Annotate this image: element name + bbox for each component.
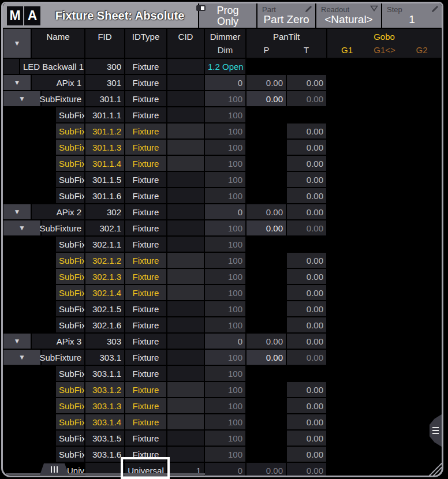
idtype-cell[interactable]: Fixture [125,107,166,122]
cid-cell[interactable] [167,431,204,446]
expander-cell[interactable]: ▼ [3,334,31,349]
fid-cell[interactable]: 303.1.2 [85,382,124,397]
fixture-row-302.1.1[interactable]: SubFixture302.1.1Fixture100 [3,237,441,252]
pan-cell[interactable]: 0.00 [247,75,286,90]
name-cell[interactable]: Universal [64,463,84,477]
tilt-cell[interactable]: 0.00 [287,414,326,429]
tilt-cell[interactable]: 0.00 [287,172,326,187]
name-cell[interactable]: APix 2 [32,204,84,219]
fixture-row-302.1.5[interactable]: SubFixture302.1.5Fixture1000.00 [3,301,441,316]
dimmer-cell[interactable]: 100 [205,398,245,413]
tilt-cell[interactable]: 0.00 [287,188,326,203]
cid-cell[interactable] [167,301,204,316]
cid-cell[interactable] [167,253,204,268]
name-cell[interactable]: SubFixture [56,124,84,139]
name-cell[interactable]: SubFixture [56,269,84,284]
dimmer-cell[interactable]: 100 [205,366,245,381]
idtype-cell[interactable]: Fixture [125,334,166,349]
dimmer-cell[interactable]: 100 [205,253,245,268]
fixture-row-303.1.5[interactable]: SubFixture303.1.5Fixture1000.00 [3,431,441,446]
tilt-cell[interactable]: 0.00 [287,204,326,219]
cid-cell[interactable] [167,269,204,284]
dimmer-cell[interactable]: 100 [205,220,245,235]
fixture-row-300[interactable]: LED Backwall 1300Fixture1.2 Open [3,59,441,74]
name-cell[interactable]: SubFixture [56,237,84,252]
expander-cell[interactable]: ▼ [3,75,31,90]
fixture-row-302.1.2[interactable]: SubFixture302.1.2Fixture1000.00 [3,253,441,268]
dimmer-cell[interactable]: 100 [205,107,245,122]
fid-cell[interactable]: 301.1 [85,91,124,106]
fixture-row-universal[interactable]: UniversalUniversal100.000.00 [3,463,441,477]
dimmer-cell[interactable]: 100 [205,156,245,171]
cid-cell[interactable] [167,107,204,122]
dimmer-cell[interactable]: 100 [205,237,245,252]
fid-cell[interactable]: 303.1.6 [85,447,124,462]
column-header-fid[interactable]: FID [85,29,124,58]
fid-cell[interactable]: 303.1.3 [85,398,124,413]
cid-cell[interactable] [167,172,204,187]
fid-cell[interactable]: 302.1.1 [85,237,124,252]
fixture-row-301[interactable]: ▼APix 1301Fixture00.000.00 [3,75,441,90]
fixture-row-301.1[interactable]: ▼SubFixture301.1Fixture1000.000.00 [3,91,441,106]
name-cell[interactable]: APix 3 [32,334,84,349]
dimmer-cell[interactable]: 0 [205,334,245,349]
fid-cell[interactable]: 301.1.4 [85,156,124,171]
tilt-cell[interactable]: 0.00 [287,431,326,446]
column-header-cid[interactable]: CID [167,29,204,58]
fixture-row-302.1[interactable]: ▼SubFixture302.1Fixture1000.000.00 [3,220,441,235]
dimmer-cell[interactable]: 100 [205,414,245,429]
cid-cell[interactable] [167,366,204,381]
dimmer-cell[interactable]: 0 [205,204,245,219]
pan-cell[interactable]: 0.00 [247,463,286,477]
expander-icon[interactable]: ▼ [14,79,21,86]
fixture-row-301.1.2[interactable]: SubFixture301.1.2Fixture1000.00 [3,124,441,139]
pan-cell[interactable]: 0.00 [247,350,286,365]
cid-cell[interactable] [167,237,204,252]
title-segment[interactable]: M A Fixture Sheet: Absolute [3,3,198,28]
name-cell[interactable]: SubFixture [56,431,84,446]
fixture-row-301.1.1[interactable]: SubFixture301.1.1Fixture100 [3,107,441,122]
name-cell[interactable]: SubFixture [56,285,84,300]
tilt-cell[interactable]: 0.00 [287,350,326,365]
idtype-cell[interactable]: Fixture [125,285,166,300]
fixture-row-303.1[interactable]: ▼SubFixture303.1Fixture1000.000.00 [3,350,441,365]
name-cell[interactable]: SubFixture [56,107,84,122]
cid-cell[interactable] [167,447,204,462]
name-cell[interactable]: SubFixture [56,140,84,155]
tilt-cell[interactable]: 0.00 [287,269,326,284]
fid-cell[interactable]: 301 [85,75,124,90]
tilt-cell[interactable]: 0.00 [287,140,326,155]
name-cell[interactable]: SubFixture [56,447,84,462]
idtype-cell[interactable]: Fixture [125,237,166,252]
fid-cell[interactable]: 301.1.2 [85,124,124,139]
idtype-cell[interactable]: Fixture [125,204,166,219]
fid-cell[interactable]: 302.1.4 [85,285,124,300]
fixture-row-303.1.6[interactable]: SubFixture303.1.6Fixture1000.00 [3,447,441,462]
cid-cell[interactable] [167,398,204,413]
tilt-cell[interactable]: 0.00 [287,382,326,397]
name-cell[interactable]: SubFixture [56,156,84,171]
fid-cell[interactable] [85,463,124,477]
subcolumn-pan[interactable]: P [247,43,286,58]
idtype-cell[interactable]: Fixture [125,91,166,106]
cid-cell[interactable] [167,220,204,235]
tilt-cell[interactable]: 0.00 [287,124,326,139]
dimmer-cell[interactable]: 100 [205,124,245,139]
dimmer-cell[interactable]: 100 [205,172,245,187]
dimmer-cell[interactable]: 100 [205,431,245,446]
pan-cell[interactable]: 0.00 [247,91,286,106]
idtype-cell[interactable]: Fixture [125,140,166,155]
name-cell[interactable]: SubFixture [42,350,84,365]
part-button[interactable]: Part Part Zero [257,3,315,28]
cid-cell[interactable] [167,382,204,397]
fixture-row-302.1.3[interactable]: SubFixture302.1.3Fixture1000.00 [3,269,441,284]
subcolumn-g2[interactable]: G2 [402,43,441,58]
step-button[interactable]: Step 1 [382,3,442,28]
cid-cell[interactable] [167,156,204,171]
cid-cell[interactable] [167,334,204,349]
dimmer-cell[interactable]: 100 [205,317,245,332]
idtype-cell[interactable]: Fixture [125,414,166,429]
name-cell[interactable]: SubFixture [56,414,84,429]
prog-only-button[interactable]: Prog Only [199,3,256,28]
fid-cell[interactable]: 303 [85,334,124,349]
